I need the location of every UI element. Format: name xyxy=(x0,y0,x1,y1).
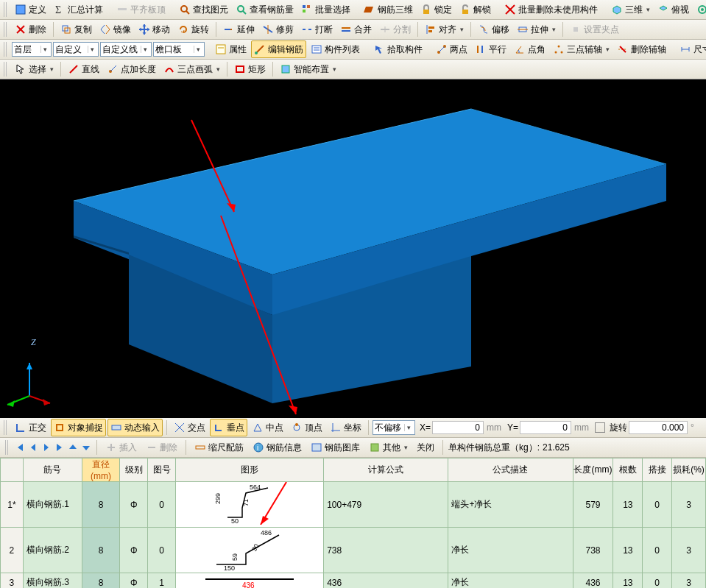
col-formula-desc[interactable]: 公式描述 xyxy=(448,458,573,482)
close-button[interactable]: 关闭 xyxy=(414,439,437,456)
lock-button[interactable]: 锁定 xyxy=(417,1,455,18)
copy-button[interactable]: 复制 xyxy=(57,21,95,38)
grip[interactable] xyxy=(4,62,8,77)
three-point-aux-button[interactable]: 三点辅轴▾ xyxy=(550,41,613,57)
cell-grade[interactable]: Φ xyxy=(120,573,148,589)
row-index[interactable]: 1* xyxy=(1,482,24,528)
merge-button[interactable]: 合并 xyxy=(337,21,375,38)
table-row[interactable]: 3 横向钢筋.3 8 Φ 1 436 436 净长 436 13 0 3 xyxy=(1,573,706,589)
col-code[interactable]: 筋号 xyxy=(23,458,82,482)
dropdown-icon[interactable]: ▾ xyxy=(459,26,464,33)
dropdown-icon[interactable]: ▾ xyxy=(604,46,610,53)
scale-rebar-button[interactable]: 缩尺配筋 xyxy=(191,439,247,456)
delete-aux-button[interactable]: 删除辅轴 xyxy=(614,41,669,57)
auto-layout-button[interactable]: 智能布置▾ xyxy=(277,61,339,77)
cell-diameter[interactable]: 8 xyxy=(82,528,120,573)
extend-button[interactable]: 延伸 xyxy=(220,21,258,38)
grip[interactable] xyxy=(5,440,10,455)
rotate-button[interactable]: 旋转 xyxy=(174,21,212,38)
two-point-button[interactable]: 两点 xyxy=(433,41,470,57)
nav-last-icon[interactable] xyxy=(54,442,65,453)
align-button[interactable]: 对齐▾ xyxy=(422,21,467,38)
cell-shapeid[interactable]: 0 xyxy=(148,528,176,573)
dyn-input-toggle[interactable]: 动态输入 xyxy=(107,419,163,436)
rotate-checkbox[interactable] xyxy=(595,422,605,433)
cell-lap[interactable]: 0 xyxy=(643,573,672,589)
offset-mode-combo[interactable]: 不偏移▾ xyxy=(373,420,415,435)
mirror-button[interactable]: 镜像 xyxy=(96,21,134,38)
cell-shapeid[interactable]: 0 xyxy=(148,482,176,528)
add-length-button[interactable]: 点加长度 xyxy=(104,61,159,77)
col-diameter[interactable]: 直径(mm) xyxy=(82,458,120,482)
move-button[interactable]: 移动 xyxy=(135,21,173,38)
cell-length[interactable]: 436 xyxy=(573,573,613,589)
table-row[interactable]: 1* 横向钢筋.1 8 Φ 0 299 564 71 50 100+479 端头… xyxy=(1,482,706,528)
dropdown-icon[interactable]: ▾ xyxy=(40,46,49,53)
batch-select-button[interactable]: 批量选择 xyxy=(298,1,353,18)
coord-snap[interactable]: 坐标 xyxy=(327,419,364,436)
grip[interactable] xyxy=(4,22,8,37)
cell-code[interactable]: 横向钢筋.3 xyxy=(23,573,82,589)
cell-count[interactable]: 13 xyxy=(613,573,643,589)
dropdown-icon[interactable]: ▾ xyxy=(645,6,650,13)
cell-formula[interactable]: 738 xyxy=(324,528,448,573)
cell-formula-desc[interactable]: 净长 xyxy=(448,528,573,573)
cell-loss[interactable]: 3 xyxy=(672,573,706,589)
nav-first-icon[interactable] xyxy=(15,442,25,453)
cell-shape[interactable]: 436 xyxy=(176,573,324,589)
cell-lap[interactable]: 0 xyxy=(643,528,672,573)
rect-button[interactable]: 矩形 xyxy=(231,61,269,77)
parallel-button[interactable]: 平行 xyxy=(472,41,509,57)
cell-count[interactable]: 13 xyxy=(613,482,643,528)
batch-delete-button[interactable]: 批量删除未使用构件 xyxy=(501,1,601,18)
dropdown-icon[interactable]: ▾ xyxy=(215,65,220,73)
dimension-button[interactable]: 尺寸 xyxy=(677,41,706,57)
cell-lap[interactable]: 0 xyxy=(643,482,672,528)
view-rebar-button[interactable]: 查看钢筋量 xyxy=(233,1,297,18)
component-combo[interactable]: 檐口板▾ xyxy=(153,42,205,57)
col-grade[interactable]: 级别 xyxy=(120,458,148,482)
dropdown-icon[interactable]: ▾ xyxy=(88,46,96,53)
select-button[interactable]: 选择▾ xyxy=(12,61,57,77)
cell-diameter[interactable]: 8 xyxy=(82,482,120,528)
ortho-toggle[interactable]: 正交 xyxy=(12,419,49,436)
view-3d-button[interactable]: 三维▾ xyxy=(608,1,653,18)
cell-formula-desc[interactable]: 端头+净长 xyxy=(448,482,573,528)
other-button[interactable]: 其他▾ xyxy=(366,439,411,456)
dropdown-icon[interactable]: ▾ xyxy=(331,65,336,73)
find-element-button[interactable]: 查找图元 xyxy=(176,1,231,18)
rebar-info-button[interactable]: i钢筋信息 xyxy=(250,439,305,456)
mid-snap[interactable]: 中点 xyxy=(249,419,286,436)
cell-grade[interactable]: Φ xyxy=(120,482,148,528)
line-button[interactable]: 直线 xyxy=(65,61,102,77)
arc-3pt-button[interactable]: 三点画弧▾ xyxy=(160,61,223,77)
cell-length[interactable]: 738 xyxy=(573,528,613,573)
cell-loss[interactable]: 3 xyxy=(672,528,706,573)
col-shape[interactable]: 图形 xyxy=(176,458,324,482)
grip[interactable] xyxy=(4,420,8,435)
subcategory-combo[interactable]: 自定义线▾ xyxy=(100,42,152,57)
cell-formula-desc[interactable]: 净长 xyxy=(448,573,573,589)
col-count[interactable]: 根数 xyxy=(613,458,643,482)
perp-snap[interactable]: 垂点 xyxy=(210,419,247,436)
nav-down-icon[interactable] xyxy=(81,442,91,453)
category-combo[interactable]: 自定义▾ xyxy=(53,42,99,57)
dropdown-icon[interactable]: ▾ xyxy=(49,65,54,73)
viewport-3d[interactable]: Z xyxy=(0,79,706,418)
dropdown-icon[interactable]: ▾ xyxy=(194,46,202,53)
component-list-button[interactable]: 构件列表 xyxy=(308,41,363,57)
nav-prev-icon[interactable] xyxy=(28,442,38,453)
floor-combo[interactable]: 首层▾ xyxy=(12,42,52,57)
y-input[interactable]: 0 xyxy=(520,421,571,434)
offset-button[interactable]: 偏移 xyxy=(475,21,512,38)
grip[interactable] xyxy=(4,42,8,57)
cell-code[interactable]: 横向钢筋.1 xyxy=(23,482,82,528)
intersect-snap[interactable]: 交点 xyxy=(171,419,208,436)
cell-loss[interactable]: 3 xyxy=(672,482,706,528)
rebar-3d-button[interactable]: 钢筋三维 xyxy=(361,1,416,18)
point-angle-button[interactable]: 点角 xyxy=(511,41,548,57)
trim-button[interactable]: 修剪 xyxy=(259,21,297,38)
col-length[interactable]: 长度(mm) xyxy=(573,458,613,482)
cell-shape[interactable]: 486 30 59 150 xyxy=(176,528,324,573)
row-index[interactable]: 2 xyxy=(1,528,24,573)
